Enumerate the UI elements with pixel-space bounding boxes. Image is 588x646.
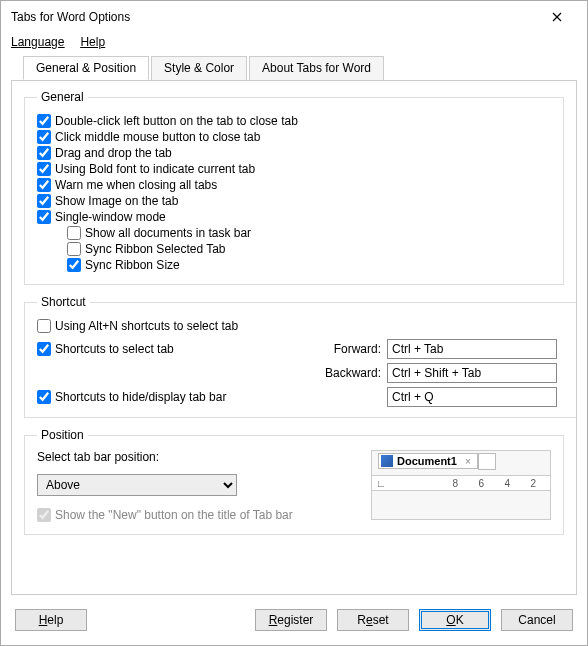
- chk-doubleclick-close[interactable]: [37, 114, 51, 128]
- tab-about[interactable]: About Tabs for Word: [249, 56, 384, 80]
- lbl-single-window: Single-window mode: [55, 210, 166, 224]
- lbl-drag-drop: Drag and drop the tab: [55, 146, 172, 160]
- preview-new-tab: [478, 453, 496, 470]
- chk-shortcuts-select[interactable]: [37, 342, 51, 356]
- group-shortcut: Shortcut Using Alt+N shortcuts to select…: [24, 295, 577, 418]
- lbl-altn-shortcut: Using Alt+N shortcuts to select tab: [55, 319, 238, 333]
- help-button[interactable]: Help: [15, 609, 87, 631]
- chk-show-new: [37, 508, 51, 522]
- chk-sync-ribbon-tab[interactable]: [67, 242, 81, 256]
- lbl-backward: Backward:: [317, 366, 387, 380]
- group-shortcut-legend: Shortcut: [37, 295, 90, 309]
- group-position: Position Select tab bar position: Above …: [24, 428, 564, 535]
- reset-button[interactable]: Reset: [337, 609, 409, 631]
- chk-show-all-taskbar[interactable]: [67, 226, 81, 240]
- titlebar: Tabs for Word Options: [1, 1, 587, 31]
- lbl-sync-ribbon-size: Sync Ribbon Size: [85, 258, 180, 272]
- menu-help[interactable]: Help: [80, 35, 105, 49]
- chk-shortcuts-hide[interactable]: [37, 390, 51, 404]
- tab-general-position[interactable]: General & Position: [23, 56, 149, 80]
- group-position-legend: Position: [37, 428, 88, 442]
- cancel-button[interactable]: Cancel: [501, 609, 573, 631]
- chk-drag-drop[interactable]: [37, 146, 51, 160]
- chk-show-image[interactable]: [37, 194, 51, 208]
- chk-bold-current[interactable]: [37, 162, 51, 176]
- group-general-legend: General: [37, 90, 88, 104]
- lbl-middleclick-close: Click middle mouse button to close tab: [55, 130, 260, 144]
- menubar: Language Help: [1, 31, 587, 55]
- combo-position[interactable]: Above: [37, 474, 237, 496]
- input-backward[interactable]: [387, 363, 557, 383]
- lbl-doubleclick-close: Double-click left button on the tab to c…: [55, 114, 298, 128]
- menu-language[interactable]: Language: [11, 35, 64, 49]
- close-button[interactable]: [537, 7, 577, 27]
- preview-ruler: ∟ 8 6 4 2: [372, 475, 550, 491]
- group-general: General Double-click left button on the …: [24, 90, 564, 285]
- chk-middleclick-close[interactable]: [37, 130, 51, 144]
- options-dialog: Tabs for Word Options Language Help Gene…: [0, 0, 588, 646]
- preview-tab: Document1 ×: [378, 453, 478, 469]
- chk-altn-shortcut[interactable]: [37, 319, 51, 333]
- ruler-l-icon: ∟: [376, 478, 386, 489]
- chk-sync-ribbon-size[interactable]: [67, 258, 81, 272]
- close-icon: [552, 12, 562, 22]
- chk-single-window[interactable]: [37, 210, 51, 224]
- register-button[interactable]: Register: [255, 609, 327, 631]
- tabpage-general: General Double-click left button on the …: [11, 80, 577, 595]
- tabstrip: General & Position Style & Color About T…: [11, 56, 577, 81]
- window-title: Tabs for Word Options: [11, 10, 130, 24]
- preview-tab-close-icon: ×: [465, 456, 471, 467]
- lbl-show-image: Show Image on the tab: [55, 194, 178, 208]
- chk-warn-close-all[interactable]: [37, 178, 51, 192]
- tab-style-color[interactable]: Style & Color: [151, 56, 247, 80]
- lbl-select-position: Select tab bar position:: [37, 450, 357, 464]
- lbl-forward: Forward:: [317, 342, 387, 356]
- lbl-shortcuts-hide: Shortcuts to hide/display tab bar: [55, 390, 226, 404]
- lbl-shortcuts-select: Shortcuts to select tab: [55, 342, 174, 356]
- lbl-bold-current: Using Bold font to indicate current tab: [55, 162, 255, 176]
- lbl-sync-ribbon-tab: Sync Ribbon Selected Tab: [85, 242, 226, 256]
- lbl-show-all-taskbar: Show all documents in task bar: [85, 226, 251, 240]
- preview-tab-label: Document1: [397, 455, 457, 467]
- button-bar: Help Register Reset OK Cancel: [1, 603, 587, 645]
- lbl-show-new: Show the "New" button on the title of Ta…: [55, 508, 293, 522]
- lbl-warn-close-all: Warn me when closing all tabs: [55, 178, 217, 192]
- input-forward[interactable]: [387, 339, 557, 359]
- ok-button[interactable]: OK: [419, 609, 491, 631]
- input-hide[interactable]: [387, 387, 557, 407]
- word-icon: [381, 455, 393, 467]
- position-preview: Document1 × ∟ 8 6 4 2: [371, 450, 551, 520]
